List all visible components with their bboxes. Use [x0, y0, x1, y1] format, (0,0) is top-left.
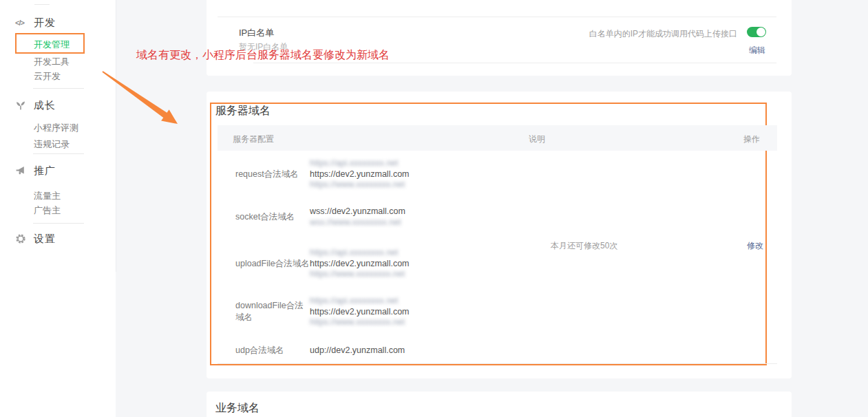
gear-icon [15, 233, 26, 244]
business-domain-card: 业务域名 [207, 392, 792, 417]
domain-value-blurred: https://api.xxxxxxxx.net [310, 248, 410, 259]
ip-whitelist-toggle[interactable] [747, 27, 766, 37]
sidebar-item-dev-tools[interactable]: 开发工具 [34, 56, 70, 68]
row-label: uploadFile合法域名 [235, 258, 310, 270]
table-row-downloadfile: downloadFile合法域名 https://api.xxxxxxxx.ne… [235, 296, 410, 328]
domain-value-blurred: https://www.xxxxxxxx.net [310, 269, 410, 280]
server-domain-title: 服务器域名 [215, 104, 271, 118]
table-row-request: request合法域名 https://api.xxxxxxxx.net htt… [235, 158, 410, 191]
sidebar-group-settings[interactable]: 设置 [34, 233, 56, 246]
domain-value: wss://dev2.yunzmall.com [310, 206, 405, 217]
divider [116, 0, 116, 272]
edit-link[interactable]: 编辑 [749, 45, 765, 56]
domain-value-blurred: https://api.xxxxxxxx.net [310, 158, 410, 169]
divider [253, 63, 776, 63]
row-label: request合法域名 [235, 169, 310, 180]
annotation-text: 域名有更改，小程序后台服务器域名要修改为新域名 [136, 48, 390, 63]
sidebar-item-advertiser[interactable]: 广告主 [34, 204, 61, 217]
server-domain-card: 服务器域名 服务器配置 说明 操作 request合法域名 https://ap… [207, 92, 792, 378]
modify-link[interactable]: 修改 [747, 240, 763, 252]
code-icon: </> [15, 19, 26, 30]
ip-whitelist-toggle-desc: 白名单内的IP才能成功调用代码上传接口 [589, 28, 737, 40]
toggle-knob [756, 28, 765, 36]
sprout-icon [15, 100, 26, 111]
sidebar-item-mp-review[interactable]: 小程序评测 [34, 122, 78, 134]
domain-value: https://dev2.yunzmall.com [310, 169, 410, 180]
sidebar-item-dev-manage[interactable]: 开发管理 [34, 39, 70, 51]
sidebar-item-traffic-owner[interactable]: 流量主 [34, 190, 61, 202]
column-header-desc: 说明 [529, 133, 545, 145]
sidebar-item-cloud-dev[interactable]: 云开发 [34, 70, 61, 83]
domain-value-blurred: https://www.xxxxxxxx.net [310, 180, 410, 191]
domain-value-blurred: https://api.xxxxxxxx.net [310, 296, 410, 307]
divider [33, 223, 84, 224]
domain-value: udp://dev2.yunzmall.com [310, 345, 405, 356]
sidebar-group-growth[interactable]: 成长 [34, 99, 56, 112]
divider [34, 4, 50, 5]
ip-whitelist-label: IP白名单 [239, 27, 274, 39]
sidebar: </> 开发 开发管理 开发工具 云开发 成长 小程序评测 违规记录 推广 流量… [0, 0, 116, 417]
annotation-arrow-icon [96, 65, 186, 131]
table-row-uploadfile: uploadFile合法域名 https://api.xxxxxxxx.net … [235, 248, 410, 280]
column-header-config: 服务器配置 [233, 133, 274, 145]
sidebar-group-promo[interactable]: 推广 [34, 164, 56, 178]
table-row-udp: udp合法域名 udp://dev2.yunzmall.com [235, 345, 405, 356]
domain-value: https://dev2.yunzmall.com [310, 307, 410, 318]
row-label: udp合法域名 [235, 345, 310, 356]
table-header: 服务器配置 说明 操作 [218, 125, 777, 151]
divider [218, 17, 776, 17]
sidebar-group-dev[interactable]: 开发 [34, 17, 56, 30]
divider [218, 363, 777, 364]
ip-whitelist-card: IP白名单 暂无IP白名单 白名单内的IP才能成功调用代码上传接口 编辑 [207, 0, 792, 76]
row-label: downloadFile合法域名 [235, 300, 310, 323]
sidebar-item-violation-records[interactable]: 违规记录 [34, 138, 70, 151]
column-header-action: 操作 [743, 133, 760, 145]
table-row-socket: socket合法域名 wss://dev2.yunzmall.com wss:/… [235, 206, 405, 228]
domain-value-blurred: https://www.xxxxxxxx.net [310, 317, 410, 328]
business-domain-title: 业务域名 [215, 401, 260, 416]
modify-quota-note: 本月还可修改50次 [551, 240, 617, 252]
divider [33, 88, 84, 89]
divider [33, 153, 84, 154]
megaphone-icon [15, 165, 26, 176]
domain-value-blurred: wss://www.xxxxxxxx.net [310, 217, 405, 228]
row-label: socket合法域名 [235, 211, 310, 223]
domain-value: https://dev2.yunzmall.com [310, 259, 410, 270]
